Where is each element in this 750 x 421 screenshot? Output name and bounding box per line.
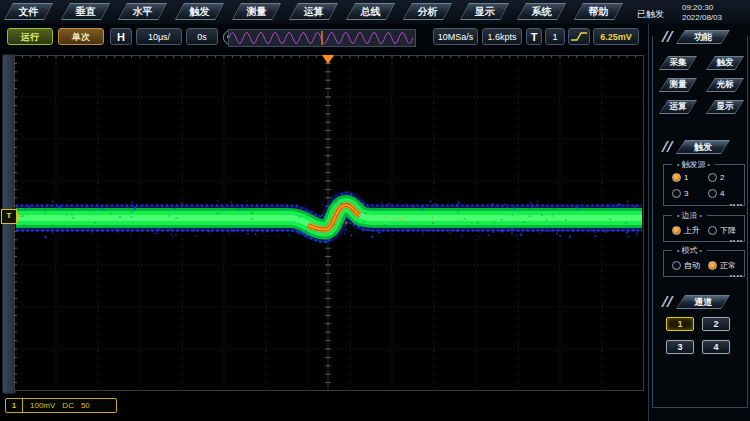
radio-dot xyxy=(708,173,717,182)
menu-bar: 文件 垂直 水平 触发 测量 运算 总线 分析 显示 系统 帮助 已触发 09:… xyxy=(0,0,750,25)
horizontal-offset-button[interactable]: 0s xyxy=(186,28,218,45)
trigger-label: T xyxy=(526,28,542,45)
trigger-status-text: 已触发 xyxy=(637,8,664,21)
menu-item-measure[interactable]: 测量 xyxy=(232,3,281,20)
single-button[interactable]: 单次 xyxy=(58,28,104,45)
trigger-slope-button[interactable] xyxy=(568,28,590,45)
badge-impedance: 50 xyxy=(81,401,90,410)
run-button[interactable]: 运行 xyxy=(7,28,53,45)
banner-slashes-icon xyxy=(661,31,673,41)
radio-dot xyxy=(672,261,681,270)
channel-button-1[interactable]: 1 xyxy=(666,317,694,331)
radio-dot-selected xyxy=(708,261,717,270)
menu-item-analyze[interactable]: 分析 xyxy=(403,3,452,20)
radio-dot xyxy=(708,226,717,235)
menu-item-vertical[interactable]: 垂直 xyxy=(61,3,110,20)
clock-date: 2022/08/03 xyxy=(682,13,722,23)
trigger-level-button[interactable]: 6.25mV xyxy=(593,28,639,45)
radio-mode-auto[interactable]: 自动 xyxy=(672,260,700,271)
radio-mode-normal[interactable]: 正常 xyxy=(708,260,736,271)
trigger-source-group: 触发源 1 2 3 4 xyxy=(663,164,745,206)
channel-button-3[interactable]: 3 xyxy=(666,340,694,354)
clock: 09:20:30 2022/08/03 xyxy=(682,3,722,22)
menu-item-math[interactable]: 运算 xyxy=(289,3,338,20)
rising-edge-icon xyxy=(570,30,588,43)
trigger-position-marker[interactable] xyxy=(322,55,334,64)
menu-item-display[interactable]: 显示 xyxy=(460,3,509,20)
horizontal-label: H xyxy=(110,28,132,45)
menu-item-file[interactable]: 文件 xyxy=(4,3,53,20)
channel-section-header: 通道 xyxy=(676,295,730,309)
badge-channel-number: 1 xyxy=(6,399,23,412)
channel-button-2[interactable]: 2 xyxy=(702,317,730,331)
menu-item-help[interactable]: 帮助 xyxy=(574,3,623,20)
radio-dot-selected xyxy=(672,173,681,182)
trigger-source-button[interactable]: 1 xyxy=(545,28,565,45)
radio-dot-selected xyxy=(672,226,681,235)
menu-item-trigger[interactable]: 触发 xyxy=(175,3,224,20)
right-panel: 功能 采集 触发 测量 光标 运算 显示 触发 触发源 1 2 3 4 边沿 上… xyxy=(648,24,750,421)
radio-source-3[interactable]: 3 xyxy=(672,189,688,198)
banner-slashes-icon xyxy=(661,296,673,306)
clock-time: 09:20:30 xyxy=(682,3,722,13)
timebase-button[interactable]: 10μs/ xyxy=(136,28,182,45)
radio-source-4[interactable]: 4 xyxy=(708,189,724,198)
waveform-preview[interactable] xyxy=(228,29,416,47)
trigger-section-header: 触发 xyxy=(676,140,730,154)
badge-coupling: DC xyxy=(62,401,74,410)
badge-scale: 100mV xyxy=(30,401,55,410)
trigger-mode-label: 模式 xyxy=(672,246,707,255)
menu-item-system[interactable]: 系统 xyxy=(517,3,566,20)
trigger-mode-group: 模式 自动 正常 xyxy=(663,250,745,277)
radio-edge-rising[interactable]: 上升 xyxy=(672,225,700,236)
radio-dot xyxy=(708,189,717,198)
preview-sine-icon xyxy=(229,30,415,46)
scope-display xyxy=(14,55,644,391)
trigger-edge-label: 边沿 xyxy=(672,211,707,220)
radio-edge-falling[interactable]: 下降 xyxy=(708,225,736,236)
menu-row: 文件 垂直 水平 触发 测量 运算 总线 分析 显示 系统 帮助 xyxy=(4,3,623,20)
trigger-level-marker[interactable]: T xyxy=(1,209,17,224)
memory-depth-button[interactable]: 1.6kpts xyxy=(482,28,522,45)
sample-rate-button[interactable]: 10MSa/s xyxy=(433,28,478,45)
radio-dot xyxy=(672,189,681,198)
channel1-badge[interactable]: 1 100mV DC 50 xyxy=(5,398,117,413)
function-section-header: 功能 xyxy=(676,30,730,44)
radio-source-2[interactable]: 2 xyxy=(708,173,724,182)
trigger-edge-group: 边沿 上升 下降 xyxy=(663,215,745,242)
menu-item-horizontal[interactable]: 水平 xyxy=(118,3,167,20)
banner-slashes-icon xyxy=(661,141,673,151)
channel-button-4[interactable]: 4 xyxy=(702,340,730,354)
menu-item-bus[interactable]: 总线 xyxy=(346,3,395,20)
channel1-trace xyxy=(16,192,642,242)
trigger-source-label: 触发源 xyxy=(672,160,715,169)
radio-source-1[interactable]: 1 xyxy=(672,173,688,182)
